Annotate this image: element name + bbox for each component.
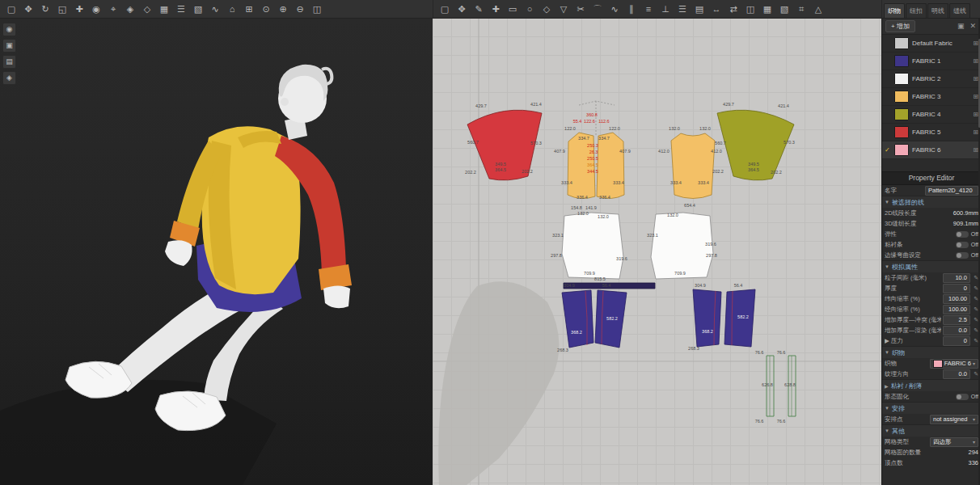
pin-tool-icon[interactable]: ✚ [71,2,87,16]
texture-tool-icon[interactable]: ▧ [190,2,206,16]
pe-toggle[interactable]: Off [956,231,978,238]
show-garment-icon[interactable]: ▣ [2,39,16,53]
scissors-tool-icon[interactable]: ✂ [572,2,589,16]
fabric-row[interactable]: FABRIC 4⊞ [882,106,980,124]
pe-dropdown[interactable]: 四边形▾ [930,437,978,447]
pe-input[interactable]: 100.00 [943,305,970,314]
fabric-row[interactable]: FABRIC 2⊞ [882,70,980,88]
shorts-purple-1[interactable] [562,290,593,348]
fabric-settings-icon[interactable]: ⊞ [973,40,978,47]
pe-toggle[interactable]: Off [956,252,978,259]
polygon-tool-icon[interactable]: ◇ [539,2,555,16]
pe-section-header[interactable]: ▼被选择的线 [882,196,980,208]
pe-section-header[interactable]: ▼安排 [882,402,980,414]
fabric-settings-icon[interactable]: ⊞ [973,57,978,65]
grain-tool-icon[interactable]: ↔ [708,2,724,16]
fit-view-icon[interactable]: ◫ [309,2,325,16]
fabric-settings-icon[interactable]: ⊞ [973,111,978,118]
edit-icon[interactable]: ✎ [972,275,978,281]
pe-input[interactable]: 2.5 [943,315,970,325]
shorts-purple-3[interactable] [693,289,721,347]
shorts-front-white-right[interactable] [651,213,713,279]
symmetry-tool-icon[interactable]: ⇄ [725,2,741,16]
rectangle-tool-icon[interactable]: ▭ [505,2,521,16]
home-view-icon[interactable]: ⌂ [224,2,240,16]
circle-tool-icon[interactable]: ○ [522,2,538,16]
annotation-tool-icon[interactable]: △ [810,2,826,16]
segment-sew-icon[interactable]: ⊥ [657,2,674,16]
viewport-3d[interactable]: ◉▣▤◈ [0,18,433,485]
unfold-tool-icon[interactable]: ◫ [742,2,758,16]
fold-tool-icon[interactable]: ◇ [139,2,155,16]
bodice-back[interactable] [671,133,715,199]
curve-tool-icon[interactable]: ⌒ [589,2,606,16]
panel-tab-1[interactable]: 织物 [884,3,905,18]
edit-icon[interactable]: ✎ [972,338,978,344]
edit-icon[interactable]: ✎ [972,317,978,323]
shorts-front-white-left[interactable] [562,213,623,279]
fabric-row[interactable]: ✓FABRIC 6⊞ [882,141,980,159]
delete-fabric-icon[interactable]: ✕ [968,22,978,30]
edit-icon[interactable]: ✎ [972,371,978,377]
edit-icon[interactable]: ✎ [972,296,978,302]
panel-tab-3[interactable]: 明线 [927,3,948,18]
pe-section-header[interactable]: ▶粘衬 / 削薄 [882,379,980,391]
copy-fabric-icon[interactable]: ▣ [956,22,966,30]
light-view-icon[interactable]: ⊙ [258,2,274,16]
edit-pattern-tool-icon[interactable]: ✥ [454,2,470,16]
measure-tool-icon[interactable]: ☰ [173,2,189,16]
viewport-2d[interactable]: 429.7421.4560.7570.3349.5364.5202.2202.2… [433,18,881,485]
pe-input[interactable]: 0.0 [943,326,970,335]
transform-tool-icon[interactable]: ▢ [437,2,453,16]
select-tool-icon[interactable]: ▢ [3,2,19,16]
bodice-front-right[interactable] [597,133,624,199]
add-fabric-button[interactable]: + 增加 [885,20,915,32]
fabric-row[interactable]: FABRIC 1⊞ [882,53,980,70]
fabric-row[interactable]: FABRIC 5⊞ [882,124,980,141]
notch-tool-icon[interactable]: ∥ [623,2,640,16]
panel-tab-2[interactable]: 纽扣 [906,3,927,18]
rotate-tool-icon[interactable]: ↻ [37,2,53,16]
scale-tool-icon[interactable]: ◱ [54,2,70,16]
move-tool-icon[interactable]: ✥ [20,2,36,16]
pe-input[interactable]: 0 [943,336,970,346]
fabric-row[interactable]: FABRIC 3⊞ [882,88,980,106]
avatar-tool-icon[interactable]: ◉ [88,2,104,16]
pe-toggle[interactable]: Off [956,242,978,248]
pe-toggle[interactable]: Off [956,394,978,400]
seam-tool-icon[interactable]: ≡ [640,2,657,16]
pe-section-header[interactable]: ▼模拟属性 [882,260,980,272]
gizmo-tool-icon[interactable]: ◈ [122,2,138,16]
edit-icon[interactable]: ✎ [972,285,978,292]
add-point-tool-icon[interactable]: ✚ [488,2,504,16]
panel-tab-4[interactable]: 缝线 [949,3,970,18]
edit-icon[interactable]: ✎ [972,327,978,334]
fabric-row[interactable]: Default Fabric⊞ [882,35,980,53]
free-sew-icon[interactable]: ☰ [674,2,691,16]
zoom-out-icon[interactable]: ⊖ [292,2,308,16]
library-icon[interactable]: ▤ [2,55,16,69]
edit-point-tool-icon[interactable]: ✎ [471,2,487,16]
pe-section-header[interactable]: ▼其他 [882,424,980,436]
pe-input[interactable]: 10.0 [943,273,970,283]
mesh-tool-icon[interactable]: ⌗ [793,2,809,16]
edit-icon[interactable]: ✎ [972,306,978,313]
pe-input[interactable]: 100.00 [943,294,970,304]
fabric-settings-icon[interactable]: ⊞ [973,75,978,82]
pleat-tool-icon[interactable]: ▤ [691,2,708,16]
texture-2d-tool-icon[interactable]: ▧ [776,2,792,16]
dart-tool-icon[interactable]: ▽ [555,2,572,16]
fabric-settings-icon[interactable]: ⊞ [973,146,978,154]
pe-dropdown[interactable]: not assigned▾ [930,415,978,424]
bookmark-icon[interactable]: ◈ [2,71,16,85]
trace-tool-icon[interactable]: ∿ [606,2,623,16]
show-avatar-icon[interactable]: ◉ [2,23,16,36]
fabric-settings-icon[interactable]: ⊞ [973,93,978,100]
pe-input[interactable]: 0 [943,284,970,293]
pe-fabric-dropdown[interactable]: FABRIC 6▾ [930,359,978,369]
pattern-name-field[interactable]: Pattern2D_4120 [925,186,978,196]
arrange-tool-icon[interactable]: ⌖ [105,2,121,16]
wind-tool-icon[interactable]: ∿ [207,2,223,16]
grid-view-icon[interactable]: ⊞ [241,2,257,16]
pe-section-header[interactable]: ▼织物 [882,346,980,358]
